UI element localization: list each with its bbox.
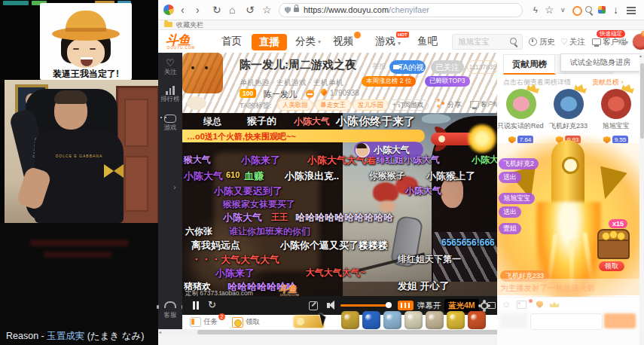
tab-favicon[interactable] [163, 5, 174, 15]
task-label[interactable]: 任务 [203, 317, 218, 327]
emoji-icon[interactable]: ☺ [502, 299, 511, 310]
history-label[interactable]: 历史 [539, 37, 555, 47]
tag-pill[interactable]: 暴走女王 [315, 99, 351, 111]
coin-icon[interactable] [232, 317, 243, 328]
total-rank-link[interactable]: 贡献总榜 › [592, 78, 624, 87]
followed-button[interactable]: 已关注 [431, 60, 464, 74]
nav-game[interactable]: 游戏 [375, 35, 395, 48]
forward-icon[interactable]: › [196, 0, 200, 20]
subscribe-game-button[interactable]: + 订阅游戏 [387, 99, 429, 111]
volume-knob[interactable] [386, 302, 392, 308]
gift-666-icon[interactable] [447, 311, 465, 329]
client-watch-icon[interactable] [470, 101, 479, 108]
client-icon[interactable] [592, 38, 601, 45]
search-icon[interactable] [510, 38, 517, 44]
bookmark-star-icon[interactable]: ☆ [262, 0, 272, 20]
sidebar-item-game[interactable]: 游戏 [158, 114, 182, 133]
gift-rocket-icon[interactable] [362, 311, 380, 329]
menu-icon[interactable] [627, 7, 636, 8]
tag-pill[interactable]: 人美歌甜 [277, 99, 313, 111]
dropdown-caret-icon[interactable]: v [561, 0, 565, 20]
claim-label[interactable]: 领取 [246, 317, 260, 327]
v-scroll-thumb[interactable] [640, 63, 644, 139]
bookmark-folder-label[interactable]: 收藏夹栏 [176, 20, 203, 29]
gift-shell-icon[interactable] [426, 311, 444, 329]
undo-icon[interactable]: ↺ [246, 0, 255, 20]
treasure-chest-icon[interactable] [597, 234, 630, 259]
sidebar-item-follow[interactable]: ♡ 关注 [158, 59, 182, 77]
reload-stream-icon[interactable]: ↻ [208, 299, 216, 310]
h-scroll-thumb[interactable] [197, 330, 527, 334]
nav-live[interactable]: 直播 [252, 34, 287, 50]
flash-icon[interactable]: ϟ [533, 0, 538, 20]
share-icon[interactable] [441, 102, 444, 105]
fan-badge-icon[interactable] [536, 301, 543, 308]
chest-claim-button[interactable]: 领取 [599, 261, 624, 271]
back-icon[interactable]: ‹ [181, 0, 185, 20]
tab-contribution-week[interactable]: 贡献周榜 [503, 54, 556, 75]
noble-crown-icon[interactable] [550, 301, 559, 307]
task-icon[interactable] [190, 317, 201, 327]
send-button[interactable] [604, 313, 636, 328]
contributor-avatar[interactable] [506, 89, 536, 119]
ta-videos-button[interactable]: TA的视频 [389, 60, 426, 74]
favorite-star-icon[interactable]: ☆ [545, 0, 554, 20]
nav-category[interactable]: 分类 [295, 35, 316, 48]
browser-logo-icon[interactable] [572, 6, 582, 16]
fan-badge-selector[interactable] [500, 313, 527, 328]
search-icon[interactable] [585, 6, 592, 13]
expand-chevron-icon[interactable]: › [173, 182, 176, 191]
minus-badge-icon[interactable] [306, 90, 314, 98]
danmaku-comment: 小陈来了 [241, 154, 280, 167]
anchor-name[interactable]: 陈一发儿 [264, 89, 297, 100]
vertical-scrollbar[interactable]: ▴ [639, 53, 644, 329]
history-icon[interactable] [529, 38, 537, 46]
gift-banner-text: …o0送1个火箭,快来围观吧~~ [187, 131, 296, 142]
heart-icon[interactable]: ♡ [560, 37, 568, 47]
volume-slider[interactable] [340, 304, 390, 307]
address-bar[interactable]: https://www.douyu.com/chenyifaer [279, 3, 523, 17]
gift-fire-icon[interactable] [468, 311, 486, 329]
gift-glory-icon[interactable] [341, 311, 359, 329]
sidebar-item-rank[interactable]: 排行榜 [158, 86, 182, 104]
tag-pill[interactable]: 发儿乐园 [353, 99, 389, 111]
follow-label[interactable]: 关注 [569, 37, 585, 47]
pause-icon[interactable] [193, 301, 195, 310]
folder-icon[interactable] [164, 22, 172, 27]
sidebar-item-service[interactable]: 客服 [158, 301, 182, 320]
stream-title: 陈一发儿:周二游戏之夜 [240, 58, 356, 72]
site-search-input[interactable]: 旭旭宝宝 [452, 34, 523, 50]
invisible-entry-tip[interactable]: 试试全站隐身进房 [560, 53, 639, 72]
contributor-avatar[interactable] [601, 89, 631, 119]
scroll-left-icon[interactable]: ◂ [159, 329, 161, 335]
url-host: https://www.douyu.com [304, 5, 389, 14]
nav-yuba[interactable]: 鱼吧 [417, 35, 438, 48]
danmaku-toggle-label[interactable]: 弹幕开 [417, 301, 441, 311]
pause-icon[interactable] [197, 301, 199, 310]
rocket-sender-pill: 小陈大气 [354, 142, 423, 157]
gift-sprout-icon[interactable] [404, 311, 423, 329]
danmaku-comment: 小陈来了 [215, 267, 255, 280]
screenshot-icon[interactable] [309, 301, 318, 310]
report-link[interactable]: 举报 [372, 62, 386, 72]
download-icon[interactable]: ↓ [613, 0, 618, 20]
theater-mode-icon[interactable] [487, 302, 496, 309]
nav-home[interactable]: 首页 [221, 35, 242, 48]
client-label[interactable]: 客户端 [603, 37, 627, 47]
video-player[interactable]: 绿总猴子的小陈大气小陈你终于来了猴大气小陈来了小陈大气大气着绯红姐小陈大气小陈大… [182, 113, 497, 296]
nav-video[interactable]: 视频 [333, 35, 353, 48]
chat-input[interactable] [530, 313, 603, 330]
streamer-avatar[interactable] [182, 53, 223, 93]
scroll-up-icon[interactable]: ▴ [639, 53, 642, 59]
home-icon[interactable]: ⌂ [229, 0, 235, 20]
image-icon[interactable] [517, 301, 526, 309]
gift-fish-icon[interactable] [383, 311, 401, 329]
recharge-promo-icon[interactable] [294, 316, 324, 328]
stream-categories[interactable]: 单机热游 · 主机游戏 · 主机单机 [240, 78, 343, 88]
contributor-avatar[interactable] [554, 89, 584, 119]
extensions-icon[interactable] [598, 6, 606, 14]
share-label[interactable]: 分享 [447, 100, 462, 110]
url-text[interactable]: https://www.douyu.com/chenyifaer [304, 5, 429, 16]
danmaku-toggle[interactable] [398, 301, 414, 310]
refresh-icon[interactable]: ↻ [212, 0, 221, 20]
